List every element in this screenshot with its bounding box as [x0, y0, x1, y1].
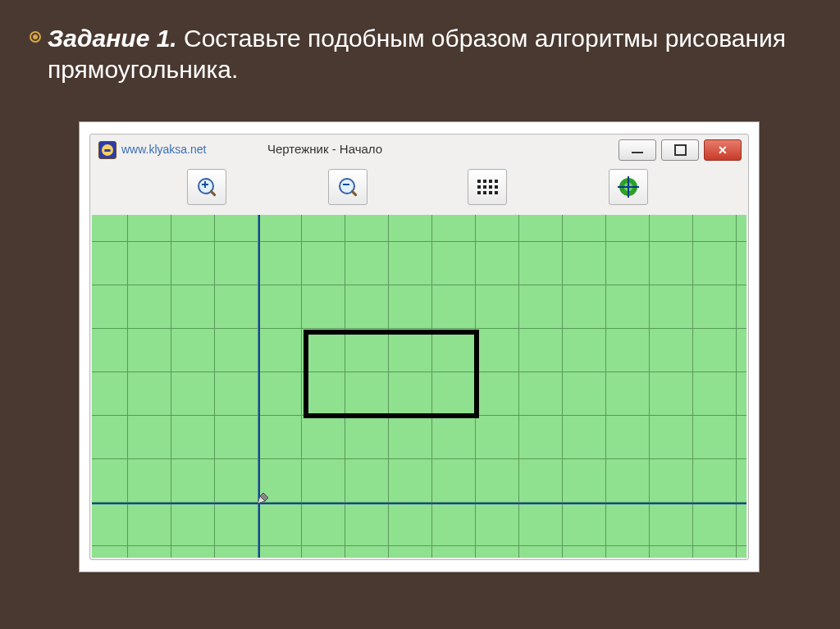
- maximize-icon: [674, 144, 687, 156]
- close-icon: ✕: [718, 144, 728, 156]
- fit-view-icon: [619, 178, 637, 196]
- minimize-icon: [632, 152, 643, 153]
- fit-view-button[interactable]: [609, 169, 648, 205]
- app-icon: [98, 141, 116, 159]
- slide: Задание 1. Составьте подобным образом ал…: [0, 0, 840, 629]
- drawing-canvas[interactable]: [92, 215, 746, 558]
- y-axis: [258, 215, 260, 558]
- window-chrome: www.klyaksa.net Чертежник - Начало ✕: [89, 134, 749, 560]
- zoom-in-icon: [198, 178, 216, 196]
- grid-icon: [477, 180, 498, 194]
- drawn-rectangle: [304, 330, 479, 418]
- titlebar: www.klyaksa.net Чертежник - Начало ✕: [90, 134, 748, 164]
- minimize-button[interactable]: [619, 139, 656, 161]
- toolbar: [90, 164, 748, 210]
- app-window: www.klyaksa.net Чертежник - Начало ✕: [79, 121, 760, 572]
- window-controls: ✕: [619, 139, 742, 161]
- window-title: Чертежник - Начало: [267, 142, 382, 156]
- zoom-out-button[interactable]: [328, 169, 368, 205]
- x-axis: [92, 503, 746, 504]
- task-label: Задание 1.: [48, 25, 177, 52]
- bullet-icon: [30, 31, 41, 43]
- task-text: Задание 1. Составьте подобным образом ал…: [48, 23, 807, 84]
- site-url: www.klyaksa.net: [121, 143, 206, 156]
- close-button[interactable]: ✕: [704, 139, 742, 161]
- maximize-button[interactable]: [661, 139, 699, 161]
- zoom-in-button[interactable]: [187, 169, 226, 205]
- grid-toggle-button[interactable]: [468, 169, 507, 205]
- zoom-out-icon: [339, 178, 357, 196]
- pen-cursor-icon: [256, 490, 271, 505]
